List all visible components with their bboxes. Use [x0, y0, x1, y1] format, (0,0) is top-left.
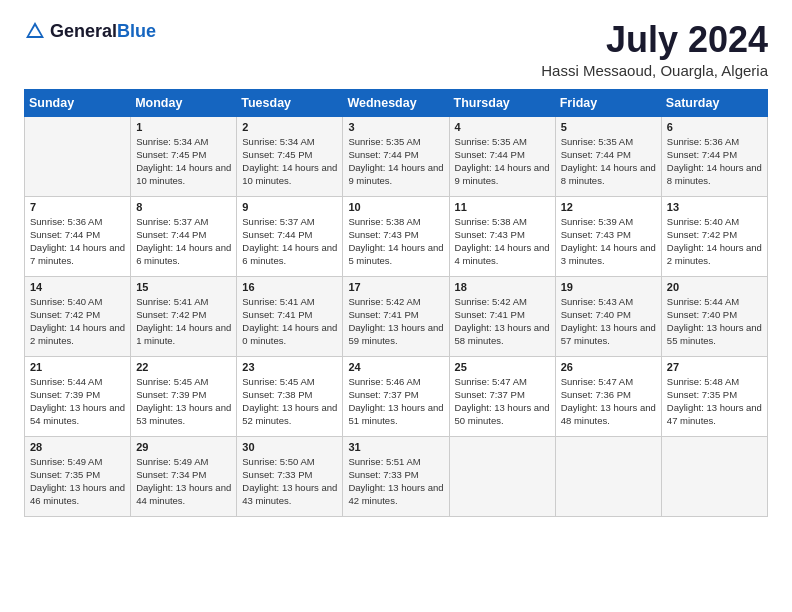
calendar-week-2: 7Sunrise: 5:36 AMSunset: 7:44 PMDaylight…: [25, 196, 768, 276]
calendar-cell: 28Sunrise: 5:49 AMSunset: 7:35 PMDayligh…: [25, 436, 131, 516]
calendar-cell: 4Sunrise: 5:35 AMSunset: 7:44 PMDaylight…: [449, 116, 555, 196]
day-number: 26: [561, 361, 656, 373]
calendar-cell: 6Sunrise: 5:36 AMSunset: 7:44 PMDaylight…: [661, 116, 767, 196]
day-info: Sunrise: 5:46 AMSunset: 7:37 PMDaylight:…: [348, 375, 443, 428]
calendar-cell: 13Sunrise: 5:40 AMSunset: 7:42 PMDayligh…: [661, 196, 767, 276]
calendar-week-5: 28Sunrise: 5:49 AMSunset: 7:35 PMDayligh…: [25, 436, 768, 516]
day-info: Sunrise: 5:49 AMSunset: 7:35 PMDaylight:…: [30, 455, 125, 508]
day-number: 4: [455, 121, 550, 133]
day-info: Sunrise: 5:40 AMSunset: 7:42 PMDaylight:…: [30, 295, 125, 348]
title-block: July 2024 Hassi Messaoud, Ouargla, Alger…: [541, 20, 768, 79]
day-number: 31: [348, 441, 443, 453]
day-number: 20: [667, 281, 762, 293]
calendar-cell: 15Sunrise: 5:41 AMSunset: 7:42 PMDayligh…: [131, 276, 237, 356]
day-info: Sunrise: 5:48 AMSunset: 7:35 PMDaylight:…: [667, 375, 762, 428]
header-cell-saturday: Saturday: [661, 89, 767, 116]
header-cell-thursday: Thursday: [449, 89, 555, 116]
day-number: 6: [667, 121, 762, 133]
month-title: July 2024: [541, 20, 768, 60]
day-number: 29: [136, 441, 231, 453]
logo: GeneralBlue: [24, 20, 156, 42]
calendar-cell: 2Sunrise: 5:34 AMSunset: 7:45 PMDaylight…: [237, 116, 343, 196]
day-info: Sunrise: 5:47 AMSunset: 7:36 PMDaylight:…: [561, 375, 656, 428]
day-number: 16: [242, 281, 337, 293]
calendar-cell: 9Sunrise: 5:37 AMSunset: 7:44 PMDaylight…: [237, 196, 343, 276]
calendar-cell: 29Sunrise: 5:49 AMSunset: 7:34 PMDayligh…: [131, 436, 237, 516]
day-info: Sunrise: 5:45 AMSunset: 7:39 PMDaylight:…: [136, 375, 231, 428]
calendar-cell: 24Sunrise: 5:46 AMSunset: 7:37 PMDayligh…: [343, 356, 449, 436]
calendar-cell: 21Sunrise: 5:44 AMSunset: 7:39 PMDayligh…: [25, 356, 131, 436]
calendar-cell: 16Sunrise: 5:41 AMSunset: 7:41 PMDayligh…: [237, 276, 343, 356]
day-number: 21: [30, 361, 125, 373]
calendar-cell: [449, 436, 555, 516]
logo-icon: [24, 20, 46, 42]
calendar-cell: 7Sunrise: 5:36 AMSunset: 7:44 PMDaylight…: [25, 196, 131, 276]
location-subtitle: Hassi Messaoud, Ouargla, Algeria: [541, 62, 768, 79]
logo-text-blue: Blue: [117, 21, 156, 41]
day-info: Sunrise: 5:44 AMSunset: 7:40 PMDaylight:…: [667, 295, 762, 348]
calendar-body: 1Sunrise: 5:34 AMSunset: 7:45 PMDaylight…: [25, 116, 768, 516]
calendar-cell: 8Sunrise: 5:37 AMSunset: 7:44 PMDaylight…: [131, 196, 237, 276]
calendar-cell: 3Sunrise: 5:35 AMSunset: 7:44 PMDaylight…: [343, 116, 449, 196]
calendar-cell: 11Sunrise: 5:38 AMSunset: 7:43 PMDayligh…: [449, 196, 555, 276]
calendar-cell: 30Sunrise: 5:50 AMSunset: 7:33 PMDayligh…: [237, 436, 343, 516]
calendar-cell: 20Sunrise: 5:44 AMSunset: 7:40 PMDayligh…: [661, 276, 767, 356]
calendar-cell: 17Sunrise: 5:42 AMSunset: 7:41 PMDayligh…: [343, 276, 449, 356]
day-number: 24: [348, 361, 443, 373]
day-info: Sunrise: 5:34 AMSunset: 7:45 PMDaylight:…: [242, 135, 337, 188]
calendar-cell: 1Sunrise: 5:34 AMSunset: 7:45 PMDaylight…: [131, 116, 237, 196]
day-info: Sunrise: 5:38 AMSunset: 7:43 PMDaylight:…: [348, 215, 443, 268]
day-number: 8: [136, 201, 231, 213]
calendar-week-1: 1Sunrise: 5:34 AMSunset: 7:45 PMDaylight…: [25, 116, 768, 196]
header-cell-wednesday: Wednesday: [343, 89, 449, 116]
day-info: Sunrise: 5:44 AMSunset: 7:39 PMDaylight:…: [30, 375, 125, 428]
calendar-week-3: 14Sunrise: 5:40 AMSunset: 7:42 PMDayligh…: [25, 276, 768, 356]
day-info: Sunrise: 5:50 AMSunset: 7:33 PMDaylight:…: [242, 455, 337, 508]
calendar-cell: 10Sunrise: 5:38 AMSunset: 7:43 PMDayligh…: [343, 196, 449, 276]
day-info: Sunrise: 5:35 AMSunset: 7:44 PMDaylight:…: [561, 135, 656, 188]
header-cell-tuesday: Tuesday: [237, 89, 343, 116]
day-number: 22: [136, 361, 231, 373]
logo-text-general: General: [50, 21, 117, 41]
header-cell-monday: Monday: [131, 89, 237, 116]
day-number: 19: [561, 281, 656, 293]
day-info: Sunrise: 5:36 AMSunset: 7:44 PMDaylight:…: [30, 215, 125, 268]
day-number: 14: [30, 281, 125, 293]
day-number: 27: [667, 361, 762, 373]
day-number: 12: [561, 201, 656, 213]
day-info: Sunrise: 5:43 AMSunset: 7:40 PMDaylight:…: [561, 295, 656, 348]
day-info: Sunrise: 5:42 AMSunset: 7:41 PMDaylight:…: [348, 295, 443, 348]
calendar-cell: [661, 436, 767, 516]
day-info: Sunrise: 5:49 AMSunset: 7:34 PMDaylight:…: [136, 455, 231, 508]
calendar-cell: 5Sunrise: 5:35 AMSunset: 7:44 PMDaylight…: [555, 116, 661, 196]
header-cell-sunday: Sunday: [25, 89, 131, 116]
day-number: 10: [348, 201, 443, 213]
page-header: GeneralBlue July 2024 Hassi Messaoud, Ou…: [24, 20, 768, 79]
day-number: 1: [136, 121, 231, 133]
day-number: 17: [348, 281, 443, 293]
day-number: 13: [667, 201, 762, 213]
day-info: Sunrise: 5:51 AMSunset: 7:33 PMDaylight:…: [348, 455, 443, 508]
day-info: Sunrise: 5:40 AMSunset: 7:42 PMDaylight:…: [667, 215, 762, 268]
day-number: 25: [455, 361, 550, 373]
day-info: Sunrise: 5:34 AMSunset: 7:45 PMDaylight:…: [136, 135, 231, 188]
calendar-table: SundayMondayTuesdayWednesdayThursdayFrid…: [24, 89, 768, 517]
day-number: 3: [348, 121, 443, 133]
calendar-cell: [555, 436, 661, 516]
day-info: Sunrise: 5:37 AMSunset: 7:44 PMDaylight:…: [136, 215, 231, 268]
day-info: Sunrise: 5:35 AMSunset: 7:44 PMDaylight:…: [455, 135, 550, 188]
day-number: 11: [455, 201, 550, 213]
calendar-cell: 22Sunrise: 5:45 AMSunset: 7:39 PMDayligh…: [131, 356, 237, 436]
day-number: 30: [242, 441, 337, 453]
calendar-cell: 18Sunrise: 5:42 AMSunset: 7:41 PMDayligh…: [449, 276, 555, 356]
day-info: Sunrise: 5:38 AMSunset: 7:43 PMDaylight:…: [455, 215, 550, 268]
calendar-cell: 31Sunrise: 5:51 AMSunset: 7:33 PMDayligh…: [343, 436, 449, 516]
day-info: Sunrise: 5:47 AMSunset: 7:37 PMDaylight:…: [455, 375, 550, 428]
day-number: 18: [455, 281, 550, 293]
day-number: 15: [136, 281, 231, 293]
day-number: 7: [30, 201, 125, 213]
day-number: 23: [242, 361, 337, 373]
day-number: 5: [561, 121, 656, 133]
calendar-cell: 27Sunrise: 5:48 AMSunset: 7:35 PMDayligh…: [661, 356, 767, 436]
calendar-cell: 12Sunrise: 5:39 AMSunset: 7:43 PMDayligh…: [555, 196, 661, 276]
